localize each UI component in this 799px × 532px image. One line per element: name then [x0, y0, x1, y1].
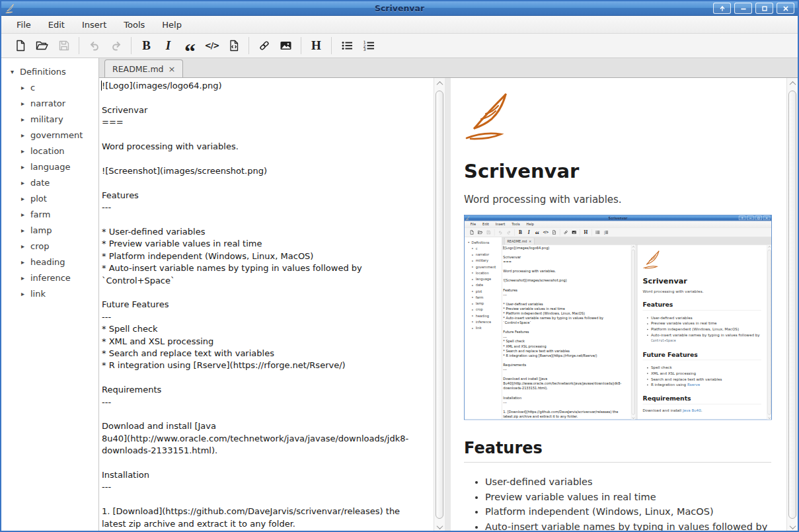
scroll-up-icon[interactable] [434, 78, 445, 89]
sidebar-item-military[interactable]: ▸military [465, 258, 502, 264]
scroll-up-icon[interactable] [787, 78, 798, 89]
collapsed-triangle-icon[interactable]: ▸ [21, 84, 30, 91]
menu-tools[interactable]: Tools [508, 221, 523, 227]
collapsed-triangle-icon[interactable]: ▸ [21, 116, 30, 123]
image-button[interactable] [276, 36, 296, 56]
sidebar-item-c[interactable]: ▸c [1, 79, 98, 95]
menu-help[interactable]: Help [153, 16, 190, 33]
code-file-button[interactable] [223, 36, 244, 56]
save-button[interactable] [484, 229, 492, 236]
maximize-button[interactable] [755, 216, 762, 221]
sidebar-item-date[interactable]: ▸date [1, 174, 98, 190]
minimize-button[interactable] [734, 3, 752, 14]
editor-scrollbar[interactable] [631, 245, 636, 420]
menu-edit[interactable]: Edit [40, 16, 73, 33]
open-file-button[interactable] [32, 36, 52, 56]
sidebar-item-definitions[interactable]: ▾ Definitions [1, 63, 98, 79]
tab-readme[interactable]: README.md × [104, 59, 183, 77]
collapsed-triangle-icon[interactable]: ▸ [21, 227, 30, 234]
sidebar-item-government[interactable]: ▸government [1, 127, 98, 143]
sidebar-item-language[interactable]: ▸language [1, 159, 98, 174]
link-button[interactable] [562, 229, 570, 236]
blockquote-button[interactable]: “ [180, 36, 200, 56]
bold-button[interactable]: B [136, 36, 157, 56]
collapsed-triangle-icon[interactable]: ▸ [21, 243, 30, 250]
sidebar-item-inference[interactable]: ▸inference [1, 270, 98, 285]
sidebar-item-lamp[interactable]: ▸lamp [465, 300, 502, 306]
preview-scrollbar[interactable] [786, 78, 798, 532]
sidebar-item-crop[interactable]: ▸crop [465, 307, 502, 313]
undo-button[interactable] [84, 36, 104, 56]
save-button[interactable] [54, 36, 74, 56]
collapsed-triangle-icon[interactable]: ▸ [21, 195, 30, 202]
menu-edit[interactable]: Edit [479, 221, 492, 227]
bullet-list-button[interactable] [593, 229, 601, 236]
preview-scrollbar-thumb[interactable] [768, 250, 771, 415]
minimize-button[interactable] [747, 216, 753, 221]
new-file-button[interactable] [10, 36, 30, 56]
inline-code-button[interactable]: </> [542, 229, 550, 236]
java-download-link[interactable]: Java 8u40 [683, 408, 701, 412]
scroll-down-icon[interactable] [631, 416, 635, 420]
sidebar-item-heading[interactable]: ▸heading [465, 313, 502, 319]
preview-scrollbar[interactable] [767, 245, 772, 420]
close-button[interactable] [763, 216, 770, 221]
sidebar-item-narrator[interactable]: ▸narrator [1, 95, 98, 111]
sidebar-item-location[interactable]: ▸location [1, 143, 98, 159]
sidebar-item-language[interactable]: ▸language [465, 276, 502, 282]
menu-file[interactable]: File [8, 16, 40, 33]
collapsed-triangle-icon[interactable]: ▸ [21, 274, 30, 282]
collapsed-triangle-icon[interactable]: ▸ [21, 211, 30, 218]
menu-help[interactable]: Help [523, 221, 537, 227]
numbered-list-button[interactable]: 123 [602, 229, 610, 236]
preview-scrollbar-thumb[interactable] [788, 91, 796, 519]
sidebar-item-date[interactable]: ▸date [465, 282, 502, 288]
menu-tools[interactable]: Tools [115, 16, 153, 33]
italic-button[interactable]: I [525, 229, 533, 236]
menu-file[interactable]: File [467, 221, 479, 227]
collapsed-triangle-icon[interactable]: ▸ [21, 132, 30, 139]
heading-button[interactable]: H [582, 229, 590, 236]
bold-button[interactable]: B [516, 229, 524, 236]
sidebar-item-lamp[interactable]: ▸lamp [1, 222, 98, 238]
sidebar-item-location[interactable]: ▸location [465, 270, 502, 276]
bullet-list-button[interactable] [336, 36, 357, 56]
menu-insert[interactable]: Insert [492, 221, 508, 227]
scroll-up-icon[interactable] [631, 245, 635, 248]
sidebar-item-link[interactable]: ▸link [1, 285, 98, 301]
numbered-list-button[interactable]: 123 [358, 36, 379, 56]
tab-close-icon[interactable]: × [169, 64, 176, 74]
rserve-link[interactable]: Rserve [687, 383, 700, 387]
open-file-button[interactable] [476, 229, 484, 236]
code-file-button[interactable] [550, 229, 558, 236]
sidebar-item-heading[interactable]: ▸heading [1, 254, 98, 270]
collapsed-triangle-icon[interactable]: ▸ [21, 290, 30, 297]
collapsed-triangle-icon[interactable]: ▸ [21, 163, 30, 171]
blockquote-button[interactable]: “ [533, 229, 541, 236]
pane-divider[interactable] [445, 78, 451, 532]
editor-scrollbar[interactable] [434, 78, 445, 532]
sidebar-item-crop[interactable]: ▸crop [1, 238, 98, 254]
sidebar-item-link[interactable]: ▸link [465, 324, 502, 330]
editor-scrollbar-thumb[interactable] [436, 91, 443, 519]
undo-button[interactable] [496, 229, 504, 236]
shade-button[interactable] [739, 216, 745, 221]
sidebar-item-plot[interactable]: ▸plot [1, 190, 98, 206]
scroll-down-icon[interactable] [787, 521, 798, 532]
close-button[interactable] [777, 3, 794, 14]
collapsed-triangle-icon[interactable]: ▸ [21, 179, 30, 186]
sidebar-item-farm[interactable]: ▸farm [465, 294, 502, 300]
image-button[interactable] [570, 229, 578, 236]
sidebar-item-c[interactable]: ▸c [465, 245, 502, 251]
editor-text[interactable]: ![Logo](images/logo64.png) Scrivenvar ==… [99, 78, 445, 532]
markdown-editor[interactable]: ![Logo](images/logo64.png) Scrivenvar ==… [502, 245, 636, 420]
redo-button[interactable] [505, 229, 513, 236]
heading-button[interactable]: H [306, 36, 326, 56]
sidebar-item-narrator[interactable]: ▸narrator [465, 251, 502, 257]
sidebar-item-plot[interactable]: ▸plot [465, 288, 502, 294]
inline-code-button[interactable]: </> [202, 36, 222, 56]
editor-scrollbar-thumb[interactable] [632, 250, 635, 415]
shade-button[interactable] [713, 3, 731, 14]
scroll-up-icon[interactable] [767, 245, 771, 248]
markdown-editor[interactable]: ![Logo](images/logo64.png) Scrivenvar ==… [99, 78, 445, 532]
